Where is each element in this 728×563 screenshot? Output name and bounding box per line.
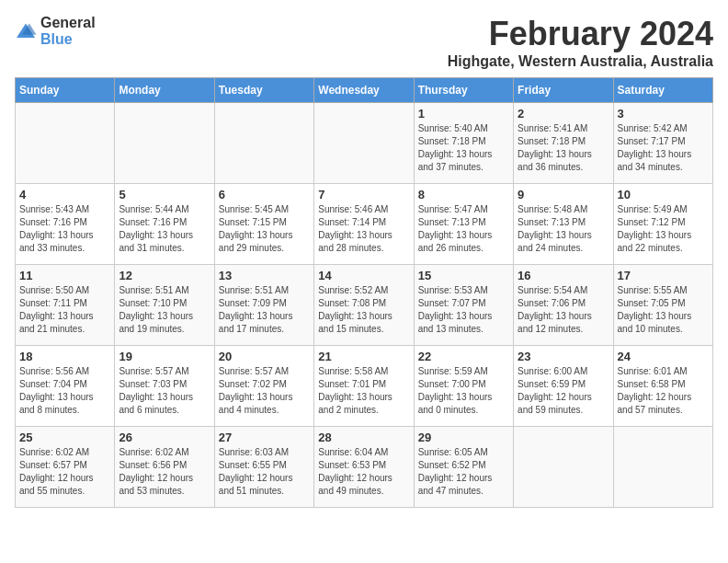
calendar-day: 19Sunrise: 5:57 AM Sunset: 7:03 PM Dayli… [115,346,214,427]
day-number: 22 [418,350,509,363]
day-number: 21 [318,350,409,363]
column-header-thursday: Thursday [414,78,513,103]
day-number: 10 [618,188,709,201]
calendar-day: 1Sunrise: 5:40 AM Sunset: 7:18 PM Daylig… [414,103,513,184]
day-number: 15 [418,269,509,282]
day-info: Sunrise: 6:02 AM Sunset: 6:57 PM Dayligh… [19,446,110,498]
day-number: 6 [219,188,310,201]
day-info: Sunrise: 5:56 AM Sunset: 7:04 PM Dayligh… [19,365,110,417]
day-info: Sunrise: 6:02 AM Sunset: 6:56 PM Dayligh… [119,446,210,498]
logo-blue-text: Blue [40,31,96,48]
calendar-day: 10Sunrise: 5:49 AM Sunset: 7:12 PM Dayli… [613,184,712,265]
calendar-week-5: 25Sunrise: 6:02 AM Sunset: 6:57 PM Dayli… [16,427,713,508]
day-number: 14 [318,269,409,282]
column-header-sunday: Sunday [16,78,115,103]
day-number: 28 [318,431,409,444]
day-number: 16 [518,269,609,282]
logo: General Blue [15,15,96,47]
column-header-friday: Friday [514,78,613,103]
day-number: 19 [119,350,210,363]
calendar-day: 25Sunrise: 6:02 AM Sunset: 6:57 PM Dayli… [16,427,115,508]
calendar-day: 9Sunrise: 5:48 AM Sunset: 7:13 PM Daylig… [514,184,613,265]
calendar-day: 7Sunrise: 5:46 AM Sunset: 7:14 PM Daylig… [314,184,414,265]
logo-text: General Blue [40,15,96,47]
day-number: 7 [318,188,409,201]
calendar-day: 13Sunrise: 5:51 AM Sunset: 7:09 PM Dayli… [214,265,313,346]
calendar-day [214,103,313,184]
calendar-table: SundayMondayTuesdayWednesdayThursdayFrid… [15,77,713,508]
day-info: Sunrise: 5:45 AM Sunset: 7:15 PM Dayligh… [219,203,310,255]
day-info: Sunrise: 5:49 AM Sunset: 7:12 PM Dayligh… [618,203,709,255]
day-number: 2 [518,107,609,121]
day-info: Sunrise: 6:00 AM Sunset: 6:59 PM Dayligh… [518,365,609,417]
location-title: Highgate, Western Australia, Australia [448,53,713,70]
calendar-week-2: 4Sunrise: 5:43 AM Sunset: 7:16 PM Daylig… [16,184,713,265]
day-info: Sunrise: 5:46 AM Sunset: 7:14 PM Dayligh… [318,203,409,255]
calendar-day: 27Sunrise: 6:03 AM Sunset: 6:55 PM Dayli… [214,427,313,508]
day-info: Sunrise: 5:58 AM Sunset: 7:01 PM Dayligh… [318,365,409,417]
day-number: 23 [518,350,609,363]
calendar-header-row: SundayMondayTuesdayWednesdayThursdayFrid… [16,78,713,103]
calendar-day: 20Sunrise: 5:57 AM Sunset: 7:02 PM Dayli… [214,346,313,427]
calendar-day: 28Sunrise: 6:04 AM Sunset: 6:53 PM Dayli… [314,427,414,508]
day-number: 27 [219,431,310,444]
calendar-day: 15Sunrise: 5:53 AM Sunset: 7:07 PM Dayli… [414,265,513,346]
calendar-week-4: 18Sunrise: 5:56 AM Sunset: 7:04 PM Dayli… [16,346,713,427]
day-info: Sunrise: 5:48 AM Sunset: 7:13 PM Dayligh… [518,203,609,255]
day-info: Sunrise: 6:04 AM Sunset: 6:53 PM Dayligh… [318,446,409,498]
day-number: 20 [219,350,310,363]
day-info: Sunrise: 5:51 AM Sunset: 7:10 PM Dayligh… [119,284,210,336]
day-info: Sunrise: 5:57 AM Sunset: 7:03 PM Dayligh… [119,365,210,417]
day-info: Sunrise: 5:41 AM Sunset: 7:18 PM Dayligh… [518,122,609,174]
day-info: Sunrise: 5:43 AM Sunset: 7:16 PM Dayligh… [19,203,110,255]
calendar-day: 6Sunrise: 5:45 AM Sunset: 7:15 PM Daylig… [214,184,313,265]
calendar-day: 26Sunrise: 6:02 AM Sunset: 6:56 PM Dayli… [115,427,214,508]
day-info: Sunrise: 5:44 AM Sunset: 7:16 PM Dayligh… [119,203,210,255]
day-info: Sunrise: 5:50 AM Sunset: 7:11 PM Dayligh… [19,284,110,336]
day-info: Sunrise: 5:51 AM Sunset: 7:09 PM Dayligh… [219,284,310,336]
day-number: 29 [418,431,509,444]
day-number: 13 [219,269,310,282]
column-header-tuesday: Tuesday [214,78,313,103]
calendar-day: 16Sunrise: 5:54 AM Sunset: 7:06 PM Dayli… [514,265,613,346]
day-number: 8 [418,188,509,201]
day-info: Sunrise: 5:47 AM Sunset: 7:13 PM Dayligh… [418,203,509,255]
calendar-week-1: 1Sunrise: 5:40 AM Sunset: 7:18 PM Daylig… [16,103,713,184]
calendar-day: 24Sunrise: 6:01 AM Sunset: 6:58 PM Dayli… [613,346,712,427]
day-info: Sunrise: 5:57 AM Sunset: 7:02 PM Dayligh… [219,365,310,417]
day-info: Sunrise: 5:40 AM Sunset: 7:18 PM Dayligh… [418,122,509,174]
calendar-day: 14Sunrise: 5:52 AM Sunset: 7:08 PM Dayli… [314,265,414,346]
calendar-day: 3Sunrise: 5:42 AM Sunset: 7:17 PM Daylig… [613,103,712,184]
calendar-day [613,427,712,508]
day-info: Sunrise: 6:03 AM Sunset: 6:55 PM Dayligh… [219,446,310,498]
day-info: Sunrise: 5:53 AM Sunset: 7:07 PM Dayligh… [418,284,509,336]
day-number: 12 [119,269,210,282]
calendar-week-3: 11Sunrise: 5:50 AM Sunset: 7:11 PM Dayli… [16,265,713,346]
day-number: 17 [618,269,709,282]
calendar-day: 18Sunrise: 5:56 AM Sunset: 7:04 PM Dayli… [16,346,115,427]
day-info: Sunrise: 5:59 AM Sunset: 7:00 PM Dayligh… [418,365,509,417]
calendar-day: 22Sunrise: 5:59 AM Sunset: 7:00 PM Dayli… [414,346,513,427]
day-number: 26 [119,431,210,444]
column-header-saturday: Saturday [613,78,712,103]
title-block: February 2024 Highgate, Western Australi… [448,15,713,70]
day-number: 1 [418,107,509,121]
day-info: Sunrise: 5:52 AM Sunset: 7:08 PM Dayligh… [318,284,409,336]
calendar-day: 17Sunrise: 5:55 AM Sunset: 7:05 PM Dayli… [613,265,712,346]
calendar-day [16,103,115,184]
calendar-day: 4Sunrise: 5:43 AM Sunset: 7:16 PM Daylig… [16,184,115,265]
day-number: 25 [19,431,110,444]
day-number: 4 [19,188,110,201]
page-header: General Blue February 2024 Highgate, Wes… [15,15,713,70]
month-title: February 2024 [448,15,713,53]
calendar-day [115,103,214,184]
day-number: 9 [518,188,609,201]
day-info: Sunrise: 5:55 AM Sunset: 7:05 PM Dayligh… [618,284,709,336]
day-number: 18 [19,350,110,363]
calendar-day: 21Sunrise: 5:58 AM Sunset: 7:01 PM Dayli… [314,346,414,427]
calendar-day: 2Sunrise: 5:41 AM Sunset: 7:18 PM Daylig… [514,103,613,184]
column-header-wednesday: Wednesday [314,78,414,103]
calendar-day [514,427,613,508]
calendar-day: 12Sunrise: 5:51 AM Sunset: 7:10 PM Dayli… [115,265,214,346]
calendar-day: 11Sunrise: 5:50 AM Sunset: 7:11 PM Dayli… [16,265,115,346]
